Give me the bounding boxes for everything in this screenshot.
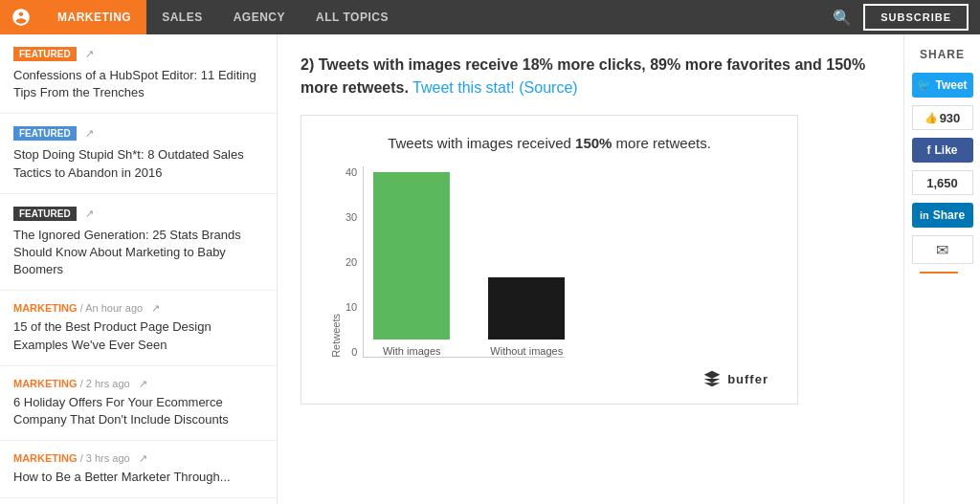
article-title[interactable]: The Ignored Generation: 25 Stats Brands …: [13, 227, 263, 279]
bar-black: [488, 277, 565, 340]
subscribe-button[interactable]: SUBSCRIBE: [863, 4, 969, 31]
navbar: MARKETING SALES AGENCY ALL TOPICS 🔍 SUBS…: [0, 0, 980, 34]
bar-without-images: Without images: [488, 277, 565, 357]
list-item: FEATURED ↗ Stop Doing Stupid Sh*t: 8 Out…: [0, 114, 277, 193]
main-content: 2) Tweets with images receive 18% more c…: [278, 34, 903, 504]
buffer-text: buffer: [727, 372, 768, 386]
tweet-link[interactable]: Tweet this stat!: [412, 79, 515, 96]
hubspot-logo[interactable]: [0, 0, 42, 34]
twitter-count: 👍 930: [912, 105, 973, 130]
article-title[interactable]: How to Be a Better Marketer Through...: [13, 469, 263, 486]
bar-label: Without images: [490, 345, 563, 357]
article-stat-text: 2) Tweets with images receive 18% more c…: [301, 54, 880, 99]
category-label[interactable]: MARKETING: [13, 302, 78, 314]
nav-sales[interactable]: SALES: [146, 0, 218, 34]
bar-label: With images: [383, 345, 441, 357]
chart-title: Tweets with images received 150% more re…: [330, 135, 768, 151]
category-label[interactable]: MARKETING: [13, 378, 78, 389]
featured-badge: FEATURED: [13, 47, 77, 61]
list-item: MARKETING / 2 hrs ago ↗ 6 Holiday Offers…: [0, 366, 277, 441]
featured-badge: FEATURED: [13, 126, 77, 141]
nav-agency[interactable]: AGENCY: [218, 0, 301, 34]
sidebar: FEATURED ↗ Confessions of a HubSpot Edit…: [0, 34, 278, 504]
list-item: MARKETING / 3 hrs ago ↗ How to Be a Bett…: [0, 441, 277, 498]
featured-badge: FEATURED: [13, 207, 77, 221]
article-title[interactable]: Confessions of a HubSpot Editor: 11 Edit…: [13, 67, 263, 101]
bar-green: [373, 172, 450, 340]
chart-bars: With images Without images: [363, 166, 565, 358]
linkedin-icon: in: [920, 209, 929, 221]
share-title: SHARE: [920, 48, 965, 61]
search-icon[interactable]: 🔍: [821, 9, 863, 27]
facebook-count: 1,650: [912, 170, 973, 195]
list-item: MARKETING / An hour ago ↗ 15 of the Best…: [0, 291, 277, 365]
external-link-icon[interactable]: ↗: [85, 208, 94, 219]
share-divider: [920, 272, 958, 274]
list-item: FEATURED ↗ Confessions of a HubSpot Edit…: [0, 34, 277, 114]
linkedin-share-button[interactable]: in Share: [912, 203, 973, 228]
time-label: / 2 hrs ago: [80, 378, 130, 389]
article-title[interactable]: 15 of the Best Product Page Design Examp…: [13, 318, 263, 353]
list-item: FEATURED ↗ The Ignored Generation: 25 St…: [0, 194, 277, 292]
time-label: / An hour ago: [80, 302, 143, 314]
page-layout: FEATURED ↗ Confessions of a HubSpot Edit…: [0, 34, 980, 504]
facebook-share-button[interactable]: f Like: [912, 138, 973, 163]
nav-all-topics[interactable]: ALL TOPICS: [301, 0, 404, 34]
source-link[interactable]: (Source): [519, 79, 577, 96]
external-link-icon[interactable]: ↗: [151, 302, 160, 314]
buffer-logo: buffer: [330, 369, 768, 388]
bar-with-images: With images: [373, 172, 450, 357]
twitter-share-button[interactable]: 🐦 Tweet: [912, 73, 973, 98]
twitter-icon: 🐦: [917, 78, 931, 92]
y-axis: 40 30 20 10 0: [345, 166, 363, 358]
article-title[interactable]: 6 Holiday Offers For Your Ecommerce Comp…: [13, 394, 263, 428]
external-link-icon[interactable]: ↗: [85, 48, 94, 59]
time-label: / 3 hrs ago: [80, 452, 130, 464]
external-link-icon[interactable]: ↗: [139, 452, 147, 464]
article-title[interactable]: Stop Doing Stupid Sh*t: 8 Outdated Sales…: [13, 146, 263, 181]
nav-marketing[interactable]: MARKETING: [42, 0, 146, 34]
share-panel: SHARE 🐦 Tweet 👍 930 f Like 1,650 in Shar…: [903, 34, 980, 504]
external-link-icon[interactable]: ↗: [139, 378, 147, 389]
chart-box: Tweets with images received 150% more re…: [301, 115, 798, 405]
facebook-icon: f: [926, 143, 930, 157]
email-share-button[interactable]: ✉: [912, 235, 973, 264]
category-label[interactable]: MARKETING: [13, 452, 78, 464]
external-link-icon[interactable]: ↗: [85, 127, 94, 139]
y-axis-label: Retweets: [330, 314, 345, 358]
